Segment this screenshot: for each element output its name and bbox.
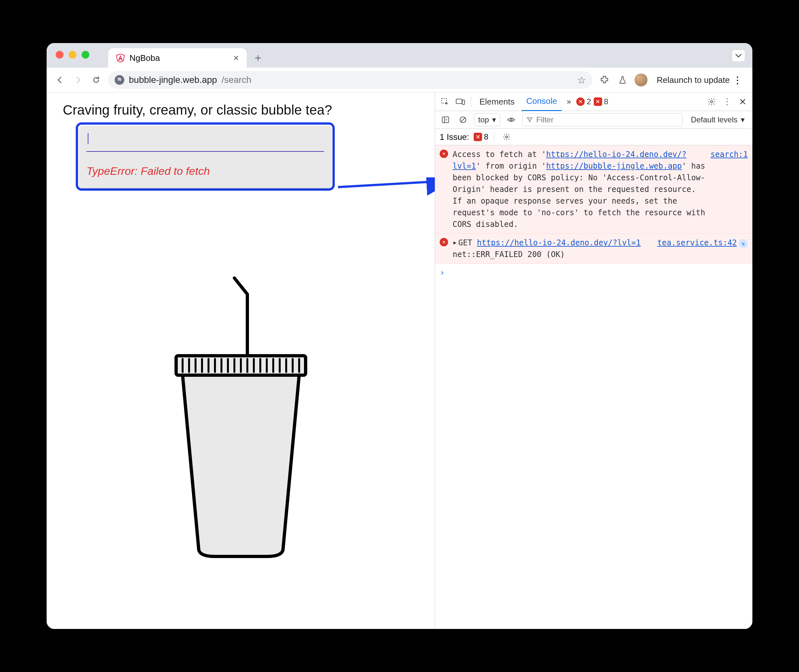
- devtools-close-button[interactable]: [736, 95, 749, 108]
- extensions-button[interactable]: [598, 74, 610, 86]
- window-zoom-button[interactable]: [82, 51, 90, 59]
- search-card: TypeError: Failed to fetch: [79, 126, 331, 187]
- devtools-tabbar: Elements Console » ✕2 ✕8 ⋮: [435, 93, 753, 111]
- fetch-error-text: TypeError: Failed to fetch: [86, 152, 324, 178]
- toggle-sidebar-icon[interactable]: [439, 113, 452, 126]
- stage: NgBoba × ＋ bubble-jingle.we: [0, 0, 799, 672]
- log-levels-selector[interactable]: Default levels ▾: [687, 114, 748, 126]
- window-close-button[interactable]: [56, 51, 64, 59]
- window-controls: [56, 51, 90, 59]
- profile-avatar[interactable]: [634, 74, 647, 86]
- tab-elements[interactable]: Elements: [475, 93, 519, 111]
- console-message-cors: ✕ Access to fetch at 'https://hello-io-2…: [435, 146, 753, 234]
- highlight-box: TypeError: Failed to fetch: [76, 122, 335, 190]
- search-input[interactable]: [86, 131, 324, 152]
- issues-label: 1 Issue:: [440, 132, 469, 142]
- svg-point-5: [118, 78, 119, 79]
- browser-toolbar: bubble-jingle.web.app/search ☆ Relaunch …: [46, 68, 753, 93]
- console-settings-icon[interactable]: [500, 130, 513, 143]
- nav-forward-button[interactable]: [72, 74, 84, 86]
- more-tabs-button[interactable]: »: [564, 97, 574, 106]
- window-minimize-button[interactable]: [69, 51, 77, 59]
- relaunch-button[interactable]: Relaunch to update ⋮: [653, 72, 745, 88]
- tab-title: NgBoba: [130, 53, 160, 63]
- tab-strip: NgBoba × ＋: [46, 43, 753, 68]
- browser-tab[interactable]: NgBoba ×: [108, 48, 247, 68]
- message-source-link[interactable]: tea.service.ts:42⇅: [657, 237, 748, 260]
- site-settings-icon[interactable]: [115, 75, 124, 85]
- svg-rect-29: [456, 99, 462, 104]
- settings-icon[interactable]: [705, 95, 718, 108]
- url-path: /search: [221, 75, 251, 85]
- chevron-down-icon: ▾: [741, 115, 745, 124]
- angular-icon: [116, 53, 125, 62]
- console-prompt[interactable]: ›: [435, 264, 753, 282]
- annotation-arrow: [338, 178, 435, 197]
- filter-placeholder: Filter: [536, 115, 553, 124]
- url-host: bubble-jingle.web.app: [129, 75, 217, 85]
- tab-close-button[interactable]: ×: [233, 53, 239, 63]
- labs-button[interactable]: [616, 74, 629, 86]
- console-filter[interactable]: Filter: [522, 113, 682, 126]
- svg-point-31: [711, 101, 713, 103]
- content-surface: Craving fruity, creamy, or classic bubbl…: [46, 93, 753, 629]
- devtools-kebab-icon[interactable]: ⋮: [721, 95, 733, 108]
- browser-window: NgBoba × ＋ bubble-jingle.we: [46, 43, 753, 629]
- svg-point-38: [510, 119, 512, 121]
- message-source-link[interactable]: search:1: [710, 149, 748, 230]
- message-body: ▸GET https://hello-io-24.deno.dev/?lvl=1…: [453, 237, 653, 260]
- svg-point-6: [120, 80, 121, 81]
- devtools-panel: Elements Console » ✕2 ✕8 ⋮: [435, 93, 753, 629]
- issues-badge[interactable]: ✕8: [594, 97, 608, 106]
- inspect-element-icon[interactable]: [438, 95, 451, 108]
- window-dropdown-button[interactable]: [732, 50, 745, 62]
- cors-url-2[interactable]: https://bubble-jingle.web.app: [546, 162, 682, 171]
- new-tab-button[interactable]: ＋: [253, 53, 263, 62]
- nav-reload-button[interactable]: [90, 74, 102, 86]
- context-selector[interactable]: top ▾: [474, 113, 500, 126]
- omnibox[interactable]: bubble-jingle.web.app/search ☆: [108, 71, 592, 89]
- live-expression-icon[interactable]: [505, 113, 518, 126]
- kebab-icon: ⋮: [733, 75, 742, 85]
- issues-bar: 1 Issue: ✕8: [435, 129, 753, 146]
- svg-rect-34: [442, 117, 449, 123]
- console-toolbar: top ▾ Filter Default levels ▾: [435, 111, 753, 129]
- tab-console[interactable]: Console: [522, 92, 561, 111]
- cup-illustration: [46, 272, 435, 563]
- clear-console-icon[interactable]: [456, 113, 469, 126]
- request-url[interactable]: https://hello-io-24.deno.dev/?lvl=1: [477, 238, 641, 247]
- page-heading: Craving fruity, creamy, or classic bubbl…: [63, 102, 435, 118]
- relaunch-label: Relaunch to update: [656, 75, 730, 85]
- rendered-page: Craving fruity, creamy, or classic bubbl…: [46, 93, 435, 629]
- svg-line-37: [461, 118, 465, 122]
- search-card-wrap: TypeError: Failed to fetch: [76, 122, 335, 190]
- console-log: ✕ Access to fetch at 'https://hello-io-2…: [435, 146, 753, 629]
- sourcemap-icon[interactable]: ⇅: [739, 239, 748, 248]
- svg-rect-30: [462, 100, 464, 104]
- device-toolbar-icon[interactable]: [454, 95, 467, 108]
- svg-point-39: [506, 136, 508, 138]
- error-icon: ✕: [440, 150, 448, 158]
- bookmark-star-icon[interactable]: ☆: [577, 74, 586, 86]
- console-message-net: ✕ ▸GET https://hello-io-24.deno.dev/?lvl…: [435, 234, 753, 264]
- errors-badge[interactable]: ✕2: [576, 97, 591, 106]
- issues-count-badge[interactable]: ✕8: [474, 133, 488, 141]
- expand-toggle[interactable]: ▸: [453, 237, 457, 248]
- chevron-down-icon: ▾: [492, 115, 496, 124]
- message-body: Access to fetch at 'https://hello-io-24.…: [453, 149, 706, 230]
- svg-line-7: [338, 181, 435, 187]
- nav-back-button[interactable]: [54, 74, 66, 86]
- error-icon: ✕: [440, 238, 448, 246]
